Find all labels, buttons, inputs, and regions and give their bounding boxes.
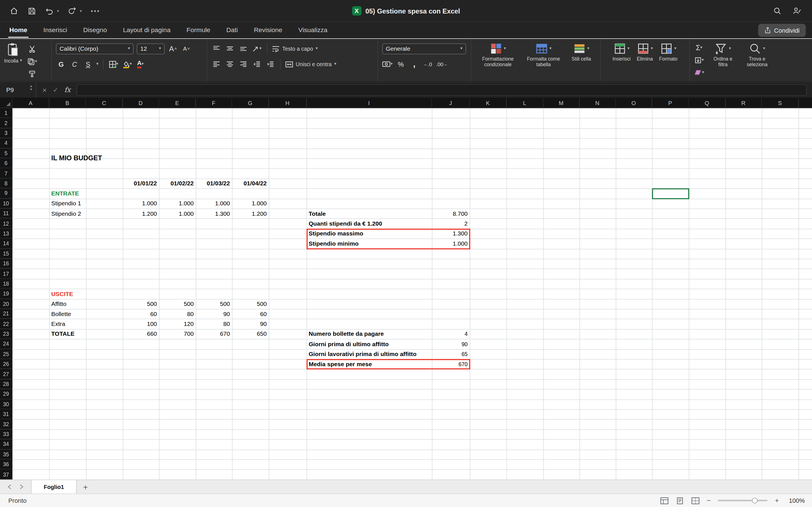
- percent-style-button[interactable]: %: [396, 59, 406, 69]
- format-as-table-button[interactable]: ▾ Formatta come tabella: [525, 43, 562, 79]
- cell-J24[interactable]: 90: [432, 339, 470, 349]
- cell-B11[interactable]: Stipendio 2: [49, 209, 86, 219]
- align-bottom-button[interactable]: [238, 43, 249, 54]
- cell-J12[interactable]: 2: [432, 219, 470, 229]
- cell-I23[interactable]: Numero bollette da pagare: [306, 329, 432, 339]
- cell-I14[interactable]: Stipendio minimo: [306, 238, 432, 249]
- borders-button[interactable]: ▾: [108, 59, 119, 69]
- row-header-6[interactable]: 6: [0, 158, 12, 168]
- cell-E11[interactable]: 1.000: [159, 209, 196, 219]
- paste-button[interactable]: Incolla ▾: [4, 43, 22, 79]
- row-header-21[interactable]: 21: [0, 309, 12, 319]
- row-header-18[interactable]: 18: [0, 279, 12, 289]
- sort-filter-button[interactable]: ▾ Ordina e filtra: [709, 43, 738, 79]
- increase-font-button[interactable]: A˄: [168, 43, 178, 54]
- cell-I11[interactable]: Totale: [306, 209, 432, 219]
- font-color-button[interactable]: A ▾: [135, 59, 146, 69]
- cell-B23[interactable]: TOTALE: [49, 329, 86, 339]
- row-header-13[interactable]: 13: [0, 228, 12, 238]
- column-header-O[interactable]: O: [616, 98, 652, 108]
- presence-person-icon[interactable]: [792, 6, 802, 15]
- column-header-A[interactable]: A: [12, 98, 49, 108]
- cell-I25[interactable]: Giorni lavorativi prima di ultimo affitt…: [306, 349, 432, 359]
- cell-B10[interactable]: Stipendio 1: [49, 199, 86, 209]
- row-header-23[interactable]: 23: [0, 329, 12, 339]
- row-header-4[interactable]: 4: [0, 138, 12, 149]
- cell-J13[interactable]: 1.300: [432, 228, 470, 238]
- zoom-slider-thumb[interactable]: [752, 498, 758, 503]
- cell-G11[interactable]: 1.200: [232, 209, 269, 219]
- cell-G8[interactable]: 01/04/22: [232, 178, 269, 188]
- cell-D22[interactable]: 100: [123, 319, 159, 329]
- comma-style-button[interactable]: ,: [409, 59, 419, 69]
- row-header-22[interactable]: 22: [0, 319, 12, 329]
- cell-J14[interactable]: 1.000: [432, 238, 470, 249]
- column-header-K[interactable]: K: [470, 98, 506, 108]
- row-header-5[interactable]: 5: [0, 148, 12, 158]
- undo-caret-icon[interactable]: ▾: [57, 8, 59, 13]
- column-header-M[interactable]: M: [543, 98, 580, 108]
- worksheet[interactable]: ABCDEFGHIJKLMNOPQRS123456789101112131415…: [0, 98, 812, 480]
- row-header-19[interactable]: 19: [0, 289, 12, 299]
- column-header-C[interactable]: C: [86, 98, 123, 108]
- font-size-select[interactable]: 12 ▾: [137, 43, 165, 54]
- underline-button[interactable]: S: [83, 59, 93, 69]
- align-right-button[interactable]: [238, 59, 249, 69]
- column-header-Q[interactable]: Q: [689, 98, 725, 108]
- row-header-14[interactable]: 14: [0, 238, 12, 249]
- confirm-entry-icon[interactable]: ✓: [53, 86, 58, 94]
- italic-button[interactable]: C: [69, 59, 80, 69]
- more-icon[interactable]: [90, 6, 100, 15]
- cell-B21[interactable]: Bollette: [49, 309, 86, 319]
- row-header-36[interactable]: 36: [0, 459, 12, 469]
- row-header-7[interactable]: 7: [0, 168, 12, 179]
- cell-D21[interactable]: 60: [123, 309, 159, 319]
- select-all-corner[interactable]: [0, 98, 12, 108]
- home-icon[interactable]: [9, 6, 18, 15]
- row-header-12[interactable]: 12: [0, 219, 12, 229]
- cell-F22[interactable]: 80: [196, 319, 232, 329]
- conditional-formatting-button[interactable]: ▾ Formattazione condizionale: [476, 43, 520, 79]
- row-header-31[interactable]: 31: [0, 409, 12, 419]
- row-header-35[interactable]: 35: [0, 449, 12, 459]
- format-painter-button[interactable]: [27, 69, 38, 79]
- cell-I24[interactable]: Giorni prima di ultimo affitto: [306, 339, 432, 349]
- normal-view-icon[interactable]: [660, 497, 668, 504]
- cell-F20[interactable]: 500: [196, 299, 232, 309]
- align-middle-button[interactable]: [225, 43, 235, 54]
- cell-G20[interactable]: 500: [232, 299, 269, 309]
- fill-color-button[interactable]: ▾: [122, 59, 132, 69]
- cancel-entry-icon[interactable]: ×: [43, 86, 47, 94]
- cell-F11[interactable]: 1.300: [196, 209, 232, 219]
- accounting-format-button[interactable]: ▾: [382, 59, 393, 69]
- row-header-1[interactable]: 1: [0, 108, 12, 118]
- cell-I26[interactable]: Media spese per mese: [306, 359, 432, 369]
- row-header-8[interactable]: 8: [0, 178, 12, 188]
- font-family-select[interactable]: Calibri (Corpo) ▾: [56, 43, 134, 54]
- cell-D10[interactable]: 1.000: [123, 199, 159, 209]
- cell-B22[interactable]: Extra: [49, 319, 86, 329]
- tab-home[interactable]: Home: [8, 23, 28, 38]
- align-top-button[interactable]: [211, 43, 221, 54]
- cell-G23[interactable]: 650: [232, 329, 269, 339]
- decrease-decimal-button[interactable]: .00→: [436, 59, 448, 69]
- row-header-15[interactable]: 15: [0, 249, 12, 259]
- search-icon[interactable]: [772, 6, 782, 15]
- copy-button[interactable]: ▾: [27, 57, 38, 67]
- clear-button[interactable]: ▾: [694, 67, 704, 78]
- cell-J26[interactable]: 670: [432, 359, 470, 369]
- share-button[interactable]: Condividi: [758, 24, 806, 37]
- cell-D11[interactable]: 1.200: [123, 209, 159, 219]
- cell-J23[interactable]: 4: [432, 329, 470, 339]
- row-header-29[interactable]: 29: [0, 389, 12, 399]
- sheet-tab-foglio1[interactable]: Foglio1: [31, 480, 77, 494]
- cell-E20[interactable]: 500: [159, 299, 196, 309]
- cell-styles-button[interactable]: ▾ Stili cella: [567, 43, 596, 79]
- row-header-26[interactable]: 26: [0, 359, 12, 369]
- cell-B5[interactable]: IL MIO BUDGET: [49, 148, 123, 168]
- row-header-25[interactable]: 25: [0, 349, 12, 359]
- align-center-button[interactable]: [225, 59, 235, 69]
- increase-indent-button[interactable]: [265, 59, 275, 69]
- row-header-20[interactable]: 20: [0, 299, 12, 309]
- page-layout-view-icon[interactable]: [676, 497, 684, 504]
